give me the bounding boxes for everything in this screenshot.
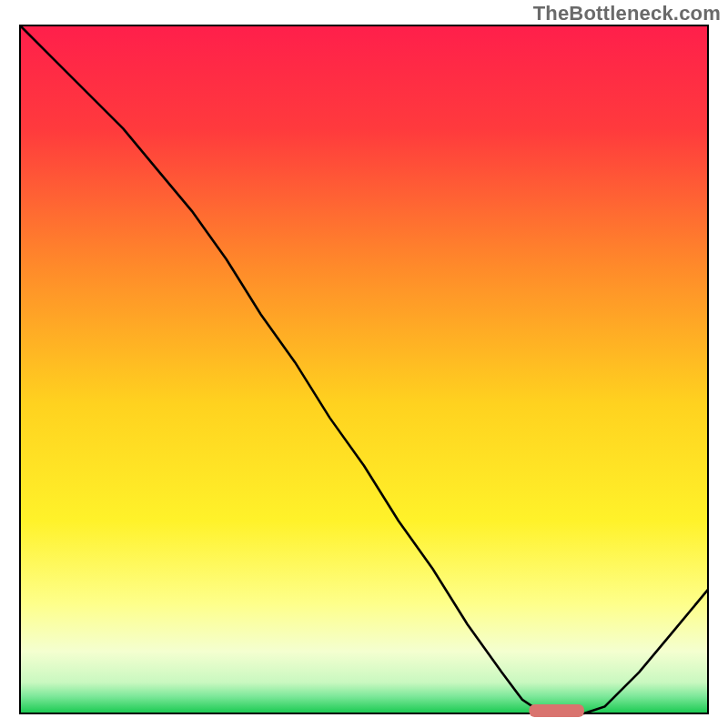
optimal-marker [529,704,583,717]
chart-stage: TheBottleneck.com [0,0,728,728]
chart-svg [0,0,728,728]
